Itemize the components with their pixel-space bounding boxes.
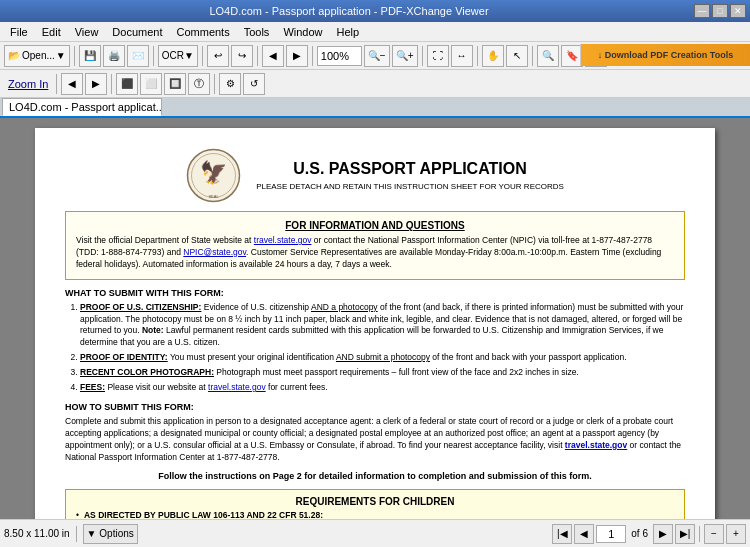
- info-line1: Visit the official Department of State w…: [76, 235, 254, 245]
- zoom-out-button[interactable]: 🔍−: [364, 45, 390, 67]
- document-subtitle: PLEASE DETACH AND RETAIN THIS INSTRUCTIO…: [256, 182, 564, 191]
- minimize-button[interactable]: —: [694, 4, 710, 18]
- status-left: 8.50 x 11.00 in ▼ Options: [4, 524, 548, 544]
- tb2-back-button[interactable]: ◀: [61, 73, 83, 95]
- ocr-chevron-icon: ▼: [184, 50, 194, 61]
- separator-6: [422, 46, 423, 66]
- requirements-title: REQUIREMENTS FOR CHILDREN: [76, 496, 674, 507]
- tb2-forward-button[interactable]: ▶: [85, 73, 107, 95]
- pdf-header: 🦅 SEAL U.S. PASSPORT APPLICATION PLEASE …: [65, 148, 685, 203]
- zoom-label[interactable]: Zoom In: [4, 76, 52, 92]
- menu-file[interactable]: File: [4, 24, 34, 40]
- how-to-submit-text: Complete and submit this application in …: [65, 416, 685, 464]
- fit-width-button[interactable]: ↔: [451, 45, 473, 67]
- ocr-button[interactable]: OCR ▼: [158, 45, 198, 67]
- zoom-status-out[interactable]: −: [704, 524, 724, 544]
- list-item-2: PROOF OF IDENTITY: You must present your…: [80, 352, 685, 364]
- menu-edit[interactable]: Edit: [36, 24, 67, 40]
- info-link2[interactable]: NPIC@state.gov: [183, 247, 246, 257]
- document-tab[interactable]: LO4D.com - Passport applicat... ×: [2, 98, 162, 116]
- email-button[interactable]: ✉️: [127, 45, 149, 67]
- list-item-3: RECENT COLOR PHOTOGRAPH: Photograph must…: [80, 367, 685, 379]
- page-number-input[interactable]: [596, 525, 626, 543]
- tb2-btn1[interactable]: ⬛: [116, 73, 138, 95]
- toolbar-2: Zoom In ◀ ▶ ⬛ ⬜ 🔲 Ⓣ ⚙ ↺: [0, 70, 750, 98]
- undo-button[interactable]: ↩: [207, 45, 229, 67]
- open-button[interactable]: 📂 Open... ▼: [4, 45, 70, 67]
- prev-page-button[interactable]: ◀: [262, 45, 284, 67]
- what-to-submit-heading: WHAT TO SUBMIT WITH THIS FORM:: [65, 288, 685, 298]
- status-sep: [76, 526, 77, 542]
- zoom-input[interactable]: [317, 46, 362, 66]
- main-area: 🦅 SEAL U.S. PASSPORT APPLICATION PLEASE …: [0, 118, 750, 519]
- search-button[interactable]: 🔍: [537, 45, 559, 67]
- print-button[interactable]: 🖨️: [103, 45, 125, 67]
- close-button[interactable]: ✕: [730, 4, 746, 18]
- pdf-page: 🦅 SEAL U.S. PASSPORT APPLICATION PLEASE …: [35, 128, 715, 519]
- requirement-bullet-1: AS DIRECTED BY PUBLIC LAW 106-113 AND 22…: [76, 510, 674, 519]
- of-pages-label: of 6: [631, 528, 648, 539]
- document-title: U.S. PASSPORT APPLICATION: [256, 160, 564, 178]
- hand-tool-button[interactable]: ✋: [482, 45, 504, 67]
- separator-2: [153, 46, 154, 66]
- save-button[interactable]: 💾: [79, 45, 101, 67]
- how-link[interactable]: travel.state.gov: [565, 440, 627, 450]
- svg-text:SEAL: SEAL: [209, 194, 220, 199]
- ad-banner[interactable]: ↓ Download PDF Creation Tools: [580, 44, 750, 66]
- separator-1: [74, 46, 75, 66]
- page-size-label: 8.50 x 11.00 in: [4, 528, 70, 539]
- tb2-btn3[interactable]: 🔲: [164, 73, 186, 95]
- separator-10: [111, 74, 112, 94]
- what-to-submit-list: PROOF OF U.S. CITIZENSHIP: Evidence of U…: [65, 302, 685, 394]
- zoom-status-in[interactable]: +: [726, 524, 746, 544]
- page-navigation: |◀ ◀ of 6 ▶ ▶|: [552, 524, 695, 544]
- tb2-btn2[interactable]: ⬜: [140, 73, 162, 95]
- tb2-btn4[interactable]: Ⓣ: [188, 73, 210, 95]
- next-page-nav-button[interactable]: ▶: [653, 524, 673, 544]
- last-page-button[interactable]: ▶|: [675, 524, 695, 544]
- separator-4: [257, 46, 258, 66]
- req-bullet-text: AS DIRECTED BY PUBLIC LAW 106-113 AND 22…: [84, 510, 323, 519]
- title-bar-text: LO4D.com - Passport application - PDF-XC…: [4, 5, 694, 17]
- folder-icon: 📂: [8, 50, 20, 61]
- redo-button[interactable]: ↪: [231, 45, 253, 67]
- fit-page-button[interactable]: ⛶: [427, 45, 449, 67]
- seal-image: 🦅 SEAL: [186, 148, 241, 203]
- info-box-text: Visit the official Department of State w…: [76, 235, 674, 271]
- menu-tools[interactable]: Tools: [238, 24, 276, 40]
- separator-7: [477, 46, 478, 66]
- follow-note: Follow the instructions on Page 2 for de…: [65, 471, 685, 481]
- tab-bar: LO4D.com - Passport applicat... ×: [0, 98, 750, 118]
- tb2-refresh[interactable]: ↺: [243, 73, 265, 95]
- menu-help[interactable]: Help: [331, 24, 366, 40]
- menu-document[interactable]: Document: [106, 24, 168, 40]
- zoom-in-button[interactable]: 🔍+: [392, 45, 418, 67]
- menu-comments[interactable]: Comments: [171, 24, 236, 40]
- list-item-1: PROOF OF U.S. CITIZENSHIP: Evidence of U…: [80, 302, 685, 350]
- next-page-button[interactable]: ▶: [286, 45, 308, 67]
- select-button[interactable]: ↖: [506, 45, 528, 67]
- maximize-button[interactable]: □: [712, 4, 728, 18]
- svg-text:🦅: 🦅: [200, 159, 228, 186]
- menu-window[interactable]: Window: [277, 24, 328, 40]
- options-button[interactable]: ▼ Options: [83, 524, 138, 544]
- status-right: |◀ ◀ of 6 ▶ ▶| − +: [552, 524, 746, 544]
- separator-9: [56, 74, 57, 94]
- first-page-button[interactable]: |◀: [552, 524, 572, 544]
- info-link1[interactable]: travel.state.gov: [254, 235, 312, 245]
- menu-bar: File Edit View Document Comments Tools W…: [0, 22, 750, 42]
- ad-text: ↓ Download PDF Creation Tools: [598, 50, 733, 60]
- requirements-section: REQUIREMENTS FOR CHILDREN AS DIRECTED BY…: [65, 489, 685, 519]
- title-bar: LO4D.com - Passport application - PDF-XC…: [0, 0, 750, 22]
- fees-link[interactable]: travel.state.gov: [208, 382, 266, 392]
- scroll-area[interactable]: 🦅 SEAL U.S. PASSPORT APPLICATION PLEASE …: [0, 118, 750, 519]
- menu-view[interactable]: View: [69, 24, 105, 40]
- open-chevron-icon: ▼: [56, 50, 66, 61]
- status-sep2: [699, 526, 700, 542]
- tab-label: LO4D.com - Passport applicat...: [9, 101, 162, 113]
- separator-5: [312, 46, 313, 66]
- prev-page-nav-button[interactable]: ◀: [574, 524, 594, 544]
- info-box-title: FOR INFORMATION AND QUESTIONS: [76, 220, 674, 231]
- tb2-settings[interactable]: ⚙: [219, 73, 241, 95]
- separator-8: [532, 46, 533, 66]
